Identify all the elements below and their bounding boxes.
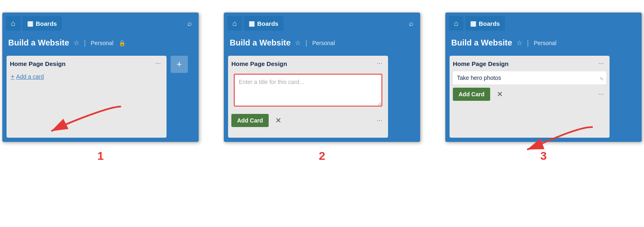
step-number-3: 3 <box>540 150 547 163</box>
list-menu-btn-2[interactable]: ··· <box>375 59 385 68</box>
board-title-2: Build a Website <box>230 38 291 48</box>
card-input-area-2 <box>231 71 385 111</box>
board-panel-1: ⌂ ▦ Boards ⌕ Build a Website ☆ | <box>2 12 199 142</box>
board-body-1: Home Page Design ··· + Add a card + <box>2 52 199 142</box>
add-card-link-1[interactable]: + Add a card <box>10 71 45 82</box>
topbar-3: ⌂ ▦ Boards <box>445 13 642 34</box>
card-text-3: Take hero photos <box>457 75 501 81</box>
star-icon-1[interactable]: ☆ <box>73 39 79 47</box>
cancel-btn-3[interactable]: ✕ <box>493 88 506 100</box>
card-actions-3: Add Card ✕ ··· <box>453 88 606 101</box>
home-icon-1: ⌂ <box>11 19 16 28</box>
board-list-3: Home Page Design ··· Take hero photos ✎ … <box>450 56 610 138</box>
list-menu-btn-1[interactable]: ··· <box>153 59 163 68</box>
plus-icon-1: + <box>11 73 14 80</box>
home-icon-2: ⌂ <box>233 19 237 28</box>
boards-button-1[interactable]: ▦ Boards <box>22 16 62 31</box>
list-title-2: Home Page Design <box>231 60 287 67</box>
home-button-1[interactable]: ⌂ <box>6 16 21 31</box>
screenshot-group-3: ⌂ ▦ Boards Build a Website ☆ | Personal <box>445 12 642 163</box>
boards-icon-2: ▦ <box>249 20 255 27</box>
add-list-btn-1[interactable]: + <box>171 56 188 73</box>
board-header-3: Build a Website ☆ | Personal <box>445 34 642 52</box>
search-button-1[interactable]: ⌕ <box>184 18 195 30</box>
board-title-1: Build a Website <box>8 38 69 48</box>
boards-label-1: Boards <box>36 20 57 27</box>
step-number-2: 2 <box>319 150 325 163</box>
home-icon-3: ⌂ <box>454 19 459 28</box>
add-card-btn-3[interactable]: Add Card <box>453 88 490 101</box>
list-header-3: Home Page Design ··· <box>453 59 606 68</box>
board-list-2: Home Page Design ··· Add Card ✕ ··· <box>228 56 388 138</box>
add-card-btn-2[interactable]: Add Card <box>231 114 269 127</box>
topbar-2: ⌂ ▦ Boards ⌕ <box>224 13 420 34</box>
search-button-2[interactable]: ⌕ <box>406 18 417 30</box>
list-header-2: Home Page Design ··· <box>231 59 385 68</box>
step-number-1: 1 <box>97 150 104 163</box>
workspace-label-3: Personal <box>534 40 556 46</box>
board-header-2: Build a Website ☆ | Personal <box>224 34 420 52</box>
cancel-btn-2[interactable]: ✕ <box>272 114 285 127</box>
star-icon-2[interactable]: ☆ <box>295 39 301 47</box>
board-body-2: Home Page Design ··· Add Card ✕ ··· <box>224 52 420 142</box>
boards-button-3[interactable]: ▦ Boards <box>465 16 505 31</box>
boards-icon-1: ▦ <box>27 20 33 27</box>
card-title-input-2[interactable] <box>234 74 382 107</box>
panel2-wrapper: ⌂ ▦ Boards ⌕ Build a Website ☆ | <box>224 12 420 142</box>
list-title-3: Home Page Design <box>453 60 509 67</box>
card-actions-2: Add Card ✕ ··· <box>231 114 385 127</box>
screenshot-group-2: ⌂ ▦ Boards ⌕ Build a Website ☆ | <box>224 12 420 163</box>
panel1-wrapper: ⌂ ▦ Boards ⌕ Build a Website ☆ | <box>2 12 199 142</box>
boards-button-2[interactable]: ▦ Boards <box>244 16 283 31</box>
home-button-3[interactable]: ⌂ <box>449 16 464 31</box>
list-header-1: Home Page Design ··· <box>10 59 163 68</box>
board-panel-2: ⌂ ▦ Boards ⌕ Build a Website ☆ | <box>224 12 420 142</box>
board-list-1: Home Page Design ··· + Add a card <box>7 56 167 138</box>
list-menu-btn-3[interactable]: ··· <box>596 59 606 68</box>
lock-icon-1: 🔒 <box>119 40 126 46</box>
boards-icon-3: ▦ <box>470 20 476 27</box>
board-panel-3: ⌂ ▦ Boards Build a Website ☆ | Personal <box>445 12 642 142</box>
card-options-btn-3[interactable]: ··· <box>596 90 606 99</box>
page-wrapper: ⌂ ▦ Boards ⌕ Build a Website ☆ | <box>4 8 640 163</box>
topbar-1: ⌂ ▦ Boards ⌕ <box>2 13 199 34</box>
panel3-wrapper: ⌂ ▦ Boards Build a Website ☆ | Personal <box>445 12 642 142</box>
search-icon-2: ⌕ <box>409 19 413 27</box>
workspace-label-2: Personal <box>312 40 335 46</box>
boards-label-3: Boards <box>479 20 500 27</box>
board-header-1: Build a Website ☆ | Personal 🔒 <box>2 34 199 52</box>
home-button-2[interactable]: ⌂ <box>227 16 242 31</box>
card-options-btn-2[interactable]: ··· <box>375 116 385 125</box>
search-icon-1: ⌕ <box>187 19 192 27</box>
edit-icon-3: ✎ <box>600 76 604 82</box>
board-title-3: Build a Website <box>451 38 512 48</box>
star-icon-3[interactable]: ☆ <box>516 39 522 47</box>
screenshot-group-1: ⌂ ▦ Boards ⌕ Build a Website ☆ | <box>2 12 199 163</box>
board-body-3: Home Page Design ··· Take hero photos ✎ … <box>445 52 642 142</box>
boards-label-2: Boards <box>257 20 279 27</box>
board-card-3: Take hero photos ✎ <box>453 71 606 84</box>
workspace-label-1: Personal <box>91 40 113 46</box>
add-card-label-1: Add a card <box>16 73 44 80</box>
list-title-1: Home Page Design <box>10 60 66 67</box>
